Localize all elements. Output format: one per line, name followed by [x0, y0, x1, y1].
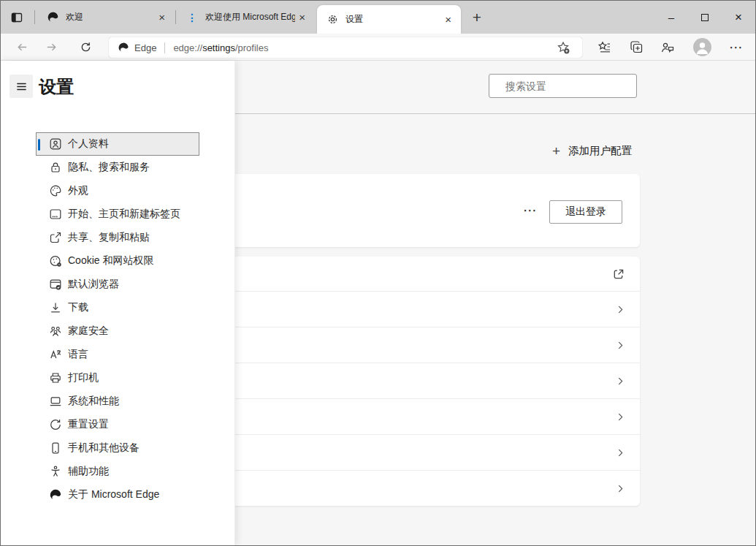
sidebar-item-label: 共享、复制和粘贴 [68, 231, 150, 244]
sidebar-item-printers[interactable]: 打印机 [36, 366, 199, 390]
back-button[interactable] [11, 37, 33, 58]
browser-window: 欢迎 × ⋮ 欢迎使用 Microsoft Edg × 设置 × + – × [0, 0, 756, 546]
plus-icon: + [552, 144, 560, 158]
sidebar-item-label: 语言 [68, 348, 88, 361]
url-path: /profiles [235, 42, 269, 53]
sidebar-item-appearance[interactable]: 外观 [36, 179, 199, 202]
tab-bar: 欢迎 × ⋮ 欢迎使用 Microsoft Edg × 设置 × + – × [1, 1, 755, 34]
edge-badge-icon [118, 42, 129, 53]
new-tab-page-icon [49, 208, 62, 221]
tab-close-button[interactable]: × [155, 10, 169, 24]
share-icon [49, 231, 62, 244]
tab-actions-button[interactable] [10, 9, 31, 26]
minimize-button[interactable]: – [654, 1, 688, 34]
edge-logo-icon [46, 11, 59, 24]
profile-icon [49, 137, 62, 151]
sidebar-item-label: 默认浏览器 [68, 278, 119, 291]
sidebar-item-label: 隐私、搜索和服务 [68, 161, 150, 174]
tab-welcome[interactable]: 欢迎 × [37, 1, 175, 34]
add-profile-label: 添加用户配置 [568, 144, 632, 158]
back-icon [16, 41, 28, 53]
forward-button[interactable] [40, 37, 62, 58]
refresh-button[interactable] [75, 37, 96, 58]
sidebar-item-system-performance[interactable]: 系统和性能 [36, 390, 199, 413]
sign-out-button[interactable]: 退出登录 [549, 200, 622, 224]
sidebar-item-label: 系统和性能 [68, 395, 119, 408]
dots-favicon-icon: ⋮ [186, 11, 199, 24]
sidebar-item-label: 开始、主页和新建标签页 [68, 208, 180, 221]
family-icon [49, 325, 62, 338]
tab-close-button[interactable]: × [295, 10, 309, 24]
sidebar-item-about-edge[interactable]: 关于 Microsoft Edge [36, 483, 199, 507]
favorites-icon [597, 40, 611, 54]
search-input[interactable] [505, 80, 638, 92]
url-host: settings [202, 42, 235, 53]
sidebar-item-label: 重置设置 [68, 418, 109, 431]
url-text: edge://settings/profiles [173, 42, 268, 53]
sidebar-item-default-browser[interactable]: 默认浏览器 [36, 273, 199, 296]
printer-icon [49, 371, 62, 384]
external-link-icon [612, 268, 625, 281]
avatar-icon [693, 38, 711, 56]
sidebar-item-phone-devices[interactable]: 手机和其他设备 [36, 436, 199, 460]
sidebar-item-accessibility[interactable]: 辅助功能 [36, 460, 199, 483]
sidebar-item-languages[interactable]: 语言 [36, 343, 199, 366]
maximize-button[interactable] [688, 1, 722, 34]
sidebar-item-start-home-newtab[interactable]: 开始、主页和新建标签页 [36, 202, 199, 226]
accessibility-icon [49, 465, 62, 478]
tab-welcome-to-edge[interactable]: ⋮ 欢迎使用 Microsoft Edg × [177, 1, 315, 34]
sidebar-item-privacy[interactable]: 隐私、搜索和服务 [36, 156, 199, 179]
sidebar-item-downloads[interactable]: 下载 [36, 296, 199, 319]
sidebar-item-cookies-permissions[interactable]: Cookie 和网站权限 [36, 249, 199, 273]
chevron-right-icon [616, 412, 625, 422]
settings-menu-button[interactable]: ⋯ [725, 37, 748, 58]
star-add-icon [556, 40, 570, 55]
chevron-right-icon [616, 448, 625, 458]
collections-icon [630, 40, 644, 54]
feedback-button[interactable] [656, 37, 679, 58]
add-favorite-button[interactable] [556, 40, 576, 55]
palette-icon [49, 184, 62, 197]
navigation-toolbar: Edge edge://settings/profiles [1, 34, 755, 61]
profile-avatar-button[interactable] [690, 37, 714, 58]
sidebar-item-family-safety[interactable]: 家庭安全 [36, 319, 199, 343]
tab-separator [175, 10, 176, 24]
favorites-button[interactable] [592, 37, 616, 58]
close-window-button[interactable]: × [722, 1, 755, 34]
collections-button[interactable] [625, 37, 648, 58]
chevron-right-icon [616, 484, 625, 493]
person-feedback-icon [660, 40, 675, 55]
sidebar-item-reset-settings[interactable]: 重置设置 [36, 413, 199, 436]
lock-icon [49, 161, 62, 174]
new-tab-button[interactable]: + [467, 7, 487, 27]
tab-close-button[interactable]: × [441, 12, 455, 26]
sidebar-item-label: 个人资料 [68, 137, 109, 151]
address-bar[interactable]: Edge edge://settings/profiles [109, 37, 582, 58]
menu-toggle-button[interactable] [9, 75, 33, 98]
tab-layout-icon [10, 11, 31, 24]
more-options-button[interactable]: ⋯ [523, 203, 537, 217]
sidebar-item-profiles[interactable]: 个人资料 [36, 132, 199, 156]
laptop-icon [49, 395, 62, 408]
chevron-right-icon [616, 341, 625, 350]
forward-icon [45, 41, 58, 53]
settings-search[interactable] [489, 74, 637, 98]
browser-check-icon [49, 278, 62, 291]
add-profile-button[interactable]: + 添加用户配置 [552, 140, 632, 161]
sidebar-item-label: 手机和其他设备 [68, 441, 140, 455]
tab-title: 欢迎 [66, 11, 155, 23]
sidebar-item-label: 外观 [68, 184, 88, 197]
language-icon [49, 348, 62, 361]
tab-settings[interactable]: 设置 × [317, 5, 461, 34]
url-divider [164, 42, 165, 53]
sidebar-item-label: Cookie 和网站权限 [68, 254, 153, 268]
reset-icon [49, 418, 62, 431]
more-horizontal-icon: ⋯ [729, 39, 744, 56]
refresh-icon [80, 41, 92, 53]
edge-logo-icon [49, 488, 62, 501]
sidebar-item-label: 关于 Microsoft Edge [68, 488, 159, 501]
sidebar-item-share-copy-paste[interactable]: 共享、复制和粘贴 [36, 226, 199, 249]
phone-icon [49, 441, 62, 455]
chevron-right-icon [616, 376, 625, 386]
hamburger-icon [15, 80, 28, 93]
